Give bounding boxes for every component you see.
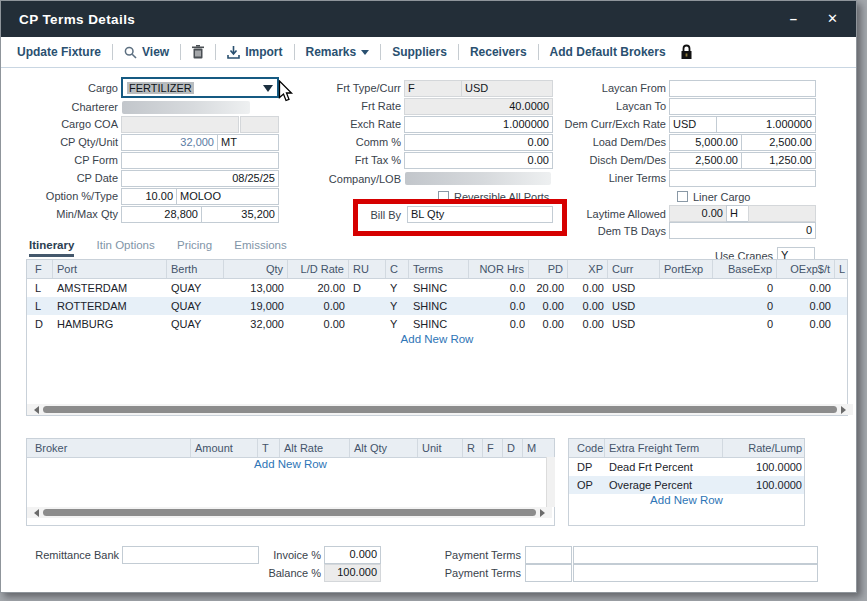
- table-cell[interactable]: 0.0: [469, 297, 529, 315]
- table-cell[interactable]: QUAY: [167, 315, 224, 333]
- table-cell[interactable]: OP: [573, 476, 605, 494]
- table-cell[interactable]: USD: [608, 297, 660, 315]
- max-qty-field[interactable]: 35,200: [201, 206, 279, 223]
- scroll-right-icon[interactable]: [841, 406, 850, 414]
- disch-dem-field[interactable]: 2,500.00: [669, 152, 742, 169]
- comm-pct-field[interactable]: 0.00: [404, 134, 553, 151]
- column-header-curr[interactable]: Curr: [608, 260, 660, 278]
- liner-cargo-checkbox[interactable]: [677, 191, 688, 202]
- scrollbar-thumb[interactable]: [43, 509, 536, 516]
- column-header-d[interactable]: D: [503, 439, 523, 457]
- column-header-port[interactable]: Port: [53, 260, 167, 278]
- table-cell[interactable]: QUAY: [167, 279, 224, 297]
- table-cell[interactable]: QUAY: [167, 297, 224, 315]
- minimize-icon[interactable]: –: [790, 1, 797, 37]
- table-cell[interactable]: 20.00: [288, 279, 349, 297]
- invoice-pct-field[interactable]: 0.000: [324, 546, 381, 564]
- table-cell[interactable]: ROTTERDAM: [53, 297, 167, 315]
- payment-terms-field-2[interactable]: [573, 564, 818, 582]
- cargo-coa-field-2[interactable]: [240, 116, 279, 133]
- table-row[interactable]: LROTTERDAMQUAY19,0000.00YSHINC0.00.000.0…: [27, 297, 847, 315]
- column-header-portexp[interactable]: PortExp: [660, 260, 713, 278]
- table-cell[interactable]: 0.0: [469, 315, 529, 333]
- table-cell[interactable]: Y: [386, 279, 409, 297]
- cp-form-field[interactable]: [121, 152, 279, 169]
- column-header-rate-lump[interactable]: Rate/Lump: [723, 439, 805, 457]
- column-header-broker[interactable]: Broker: [31, 439, 191, 457]
- dem-tb-days-field[interactable]: 0: [669, 222, 816, 239]
- table-cell[interactable]: Y: [386, 297, 409, 315]
- import-button[interactable]: Import: [227, 45, 282, 59]
- scroll-left-icon[interactable]: [30, 406, 39, 414]
- balance-pct-field[interactable]: 100.000: [324, 564, 381, 582]
- table-cell[interactable]: Dead Frt Percent: [605, 458, 723, 476]
- frt-type-field[interactable]: F: [404, 80, 462, 97]
- laytime-extra-field[interactable]: [748, 205, 816, 222]
- table-cell[interactable]: AMSTERDAM: [53, 279, 167, 297]
- table-cell[interactable]: SHINC: [409, 297, 469, 315]
- exch-rate-field[interactable]: 1.000000: [404, 116, 553, 133]
- column-header-nor-hrs[interactable]: NOR Hrs: [469, 260, 529, 278]
- extra-freight-add-new-row-link[interactable]: Add New Row: [568, 494, 805, 506]
- cargo-coa-field[interactable]: [121, 116, 239, 133]
- option-type-field[interactable]: MOLOO: [176, 188, 279, 205]
- frt-rate-field[interactable]: 40.0000: [404, 98, 553, 115]
- column-header-c[interactable]: C: [386, 260, 409, 278]
- table-cell[interactable]: 32,000: [224, 315, 288, 333]
- table-cell[interactable]: USD: [608, 279, 660, 297]
- cp-date-field[interactable]: 08/25/25: [121, 170, 279, 187]
- table-row[interactable]: DPDead Frt Percent100.0000: [569, 458, 804, 476]
- table-cell[interactable]: 100.0000: [723, 476, 805, 494]
- table-cell[interactable]: [349, 315, 386, 333]
- table-row[interactable]: OPOverage Percent100.0000: [569, 476, 804, 494]
- column-header-berth[interactable]: Berth: [167, 260, 224, 278]
- column-header-f[interactable]: F: [31, 260, 53, 278]
- table-cell[interactable]: 0.00: [288, 297, 349, 315]
- delete-button[interactable]: [192, 45, 204, 59]
- table-cell[interactable]: SHINC: [409, 315, 469, 333]
- broker-add-new-row-link[interactable]: Add New Row: [26, 458, 555, 470]
- column-header-oexp-t[interactable]: OExp$/t: [777, 260, 835, 278]
- table-row[interactable]: LAMSTERDAMQUAY13,00020.00DYSHINC0.020.00…: [27, 279, 847, 297]
- tab-itinerary[interactable]: Itinerary: [29, 239, 74, 257]
- column-header-t[interactable]: T: [258, 439, 280, 457]
- payment-terms-code-field-2[interactable]: [525, 564, 572, 582]
- reversible-all-ports-checkbox[interactable]: [438, 191, 449, 202]
- table-cell[interactable]: [835, 315, 847, 333]
- column-header-alt-qty[interactable]: Alt Qty: [350, 439, 418, 457]
- table-cell[interactable]: L: [31, 297, 53, 315]
- column-header-unit[interactable]: Unit: [418, 439, 463, 457]
- table-cell[interactable]: 0.00: [568, 297, 608, 315]
- payment-terms-field-1[interactable]: [573, 546, 818, 564]
- scroll-left-icon[interactable]: [30, 509, 39, 517]
- dem-exch-rate-field[interactable]: 1.000000: [716, 116, 816, 133]
- table-cell[interactable]: Y: [386, 315, 409, 333]
- load-dem-field[interactable]: 5,000.00: [669, 134, 742, 151]
- option-pct-field[interactable]: 10.00: [121, 188, 177, 205]
- frt-curr-field[interactable]: USD: [461, 80, 553, 97]
- table-cell[interactable]: [660, 297, 713, 315]
- receivers-button[interactable]: Receivers: [470, 45, 527, 59]
- load-des-field[interactable]: 2,500.00: [741, 134, 816, 151]
- table-cell[interactable]: USD: [608, 315, 660, 333]
- table-cell[interactable]: 0.00: [288, 315, 349, 333]
- table-cell[interactable]: L: [31, 279, 53, 297]
- tab-itin-options[interactable]: Itin Options: [97, 239, 155, 254]
- frt-tax-pct-field[interactable]: 0.00: [404, 152, 553, 169]
- table-cell[interactable]: SHINC: [409, 279, 469, 297]
- column-header-terms[interactable]: Terms: [409, 260, 469, 278]
- column-header-l-d-rate[interactable]: L/D Rate: [288, 260, 349, 278]
- bill-by-field[interactable]: BL Qty: [407, 206, 553, 223]
- tab-pricing[interactable]: Pricing: [177, 239, 212, 254]
- payment-terms-code-field-1[interactable]: [525, 546, 572, 564]
- table-cell[interactable]: 20.00: [529, 279, 568, 297]
- tab-emissions[interactable]: Emissions: [234, 239, 286, 254]
- company-lob-field[interactable]: [405, 172, 551, 185]
- table-cell[interactable]: 0: [713, 315, 777, 333]
- laycan-to-field[interactable]: [669, 98, 816, 115]
- add-default-brokers-button[interactable]: Add Default Brokers: [550, 45, 666, 59]
- itinerary-h-scrollbar[interactable]: [27, 404, 853, 415]
- table-cell[interactable]: 13,000: [224, 279, 288, 297]
- table-cell[interactable]: 0.00: [777, 279, 835, 297]
- table-cell[interactable]: 0.00: [529, 297, 568, 315]
